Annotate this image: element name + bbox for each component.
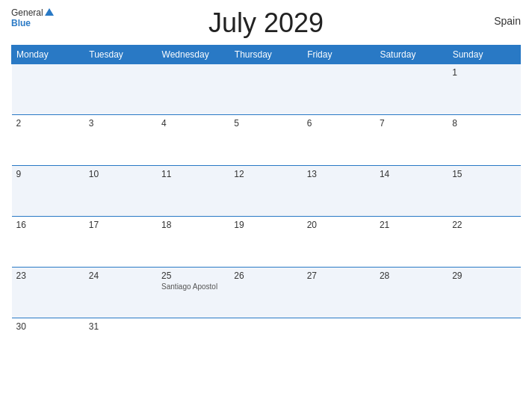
calendar-cell: 8 (448, 115, 520, 166)
calendar-cell (157, 318, 229, 369)
calendar-cell (448, 318, 520, 369)
day-number: 1 (452, 67, 516, 78)
day-number: 5 (234, 118, 297, 129)
calendar-container: General Blue July 2029 Spain MondayTuesd… (0, 0, 532, 411)
calendar-cell (157, 64, 229, 115)
calendar-cell: 15 (448, 166, 520, 217)
day-number: 22 (452, 220, 516, 230)
day-number: 3 (89, 118, 152, 129)
calendar-cell: 23 (12, 268, 84, 318)
weekday-header-friday: Friday (303, 46, 375, 64)
calendar-cell: 28 (375, 268, 448, 318)
calendar-cell: 11 (157, 166, 229, 217)
calendar-header-row: MondayTuesdayWednesdayThursdayFridaySatu… (12, 46, 521, 64)
day-number: 18 (161, 220, 225, 230)
weekday-header-wednesday: Wednesday (157, 46, 229, 64)
calendar-cell: 5 (229, 115, 302, 166)
calendar-cell: 18 (157, 217, 229, 268)
calendar-table: MondayTuesdayWednesdayThursdayFridaySatu… (11, 45, 521, 369)
calendar-cell: 17 (84, 217, 157, 268)
day-number: 25 (161, 271, 225, 281)
calendar-cell: 3 (84, 115, 157, 166)
day-number: 16 (16, 220, 80, 230)
day-number: 14 (380, 169, 443, 179)
calendar-cell: 13 (303, 166, 375, 217)
calendar-cell: 21 (375, 217, 448, 268)
day-number: 7 (380, 118, 443, 129)
calendar-cell: 29 (448, 268, 520, 318)
calendar-week-row: 3031 (12, 318, 521, 369)
day-number: 21 (380, 220, 443, 230)
calendar-cell: 12 (229, 166, 302, 217)
country-label: Spain (494, 15, 521, 27)
calendar-cell: 22 (448, 217, 520, 268)
calendar-week-row: 1 (12, 64, 521, 115)
calendar-cell: 14 (375, 166, 448, 217)
day-number: 2 (16, 118, 80, 129)
event-label: Santiago Apostol (161, 282, 225, 291)
day-number: 28 (380, 271, 443, 281)
day-number: 13 (307, 169, 371, 179)
calendar-week-row: 232425Santiago Apostol26272829 (12, 268, 521, 318)
weekday-header-thursday: Thursday (229, 46, 302, 64)
day-number: 20 (307, 220, 371, 230)
day-number: 17 (89, 220, 152, 230)
calendar-cell: 24 (84, 268, 157, 318)
calendar-cell (84, 64, 157, 115)
logo: General Blue (11, 7, 54, 29)
day-number: 15 (452, 169, 516, 179)
calendar-cell (12, 64, 84, 115)
day-number: 6 (307, 118, 371, 129)
logo-triangle-icon (45, 8, 54, 16)
logo-blue-text: Blue (11, 18, 54, 28)
calendar-cell (303, 318, 375, 369)
day-number: 8 (452, 118, 516, 129)
calendar-cell: 1 (448, 64, 520, 115)
logo-general-text: General (11, 7, 43, 18)
day-number: 24 (89, 271, 152, 281)
weekday-header-monday: Monday (12, 46, 84, 64)
day-number: 9 (16, 169, 80, 179)
calendar-cell: 19 (229, 217, 302, 268)
day-number: 23 (16, 271, 80, 281)
calendar-cell (229, 64, 302, 115)
calendar-cell: 6 (303, 115, 375, 166)
day-number: 11 (161, 169, 225, 179)
calendar-week-row: 9101112131415 (12, 166, 521, 217)
calendar-cell: 25Santiago Apostol (157, 268, 229, 318)
calendar-week-row: 2345678 (12, 115, 521, 166)
day-number: 19 (234, 220, 297, 230)
calendar-header: General Blue July 2029 Spain (11, 7, 521, 39)
calendar-cell: 7 (375, 115, 448, 166)
day-number: 31 (89, 321, 152, 332)
calendar-cell (229, 318, 302, 369)
calendar-cell: 16 (12, 217, 84, 268)
day-number: 30 (16, 321, 80, 332)
day-number: 4 (161, 118, 225, 129)
day-number: 29 (452, 271, 516, 281)
weekday-header-saturday: Saturday (375, 46, 448, 64)
calendar-cell: 26 (229, 268, 302, 318)
calendar-cell (303, 64, 375, 115)
calendar-week-row: 16171819202122 (12, 217, 521, 268)
day-number: 27 (307, 271, 371, 281)
calendar-cell (375, 64, 448, 115)
weekday-header-tuesday: Tuesday (84, 46, 157, 64)
calendar-cell: 31 (84, 318, 157, 369)
calendar-cell (375, 318, 448, 369)
calendar-cell: 4 (157, 115, 229, 166)
calendar-cell: 2 (12, 115, 84, 166)
calendar-cell: 20 (303, 217, 375, 268)
calendar-cell: 27 (303, 268, 375, 318)
month-title: July 2029 (208, 7, 324, 39)
day-number: 12 (234, 169, 297, 179)
weekday-header-sunday: Sunday (448, 46, 520, 64)
calendar-cell: 30 (12, 318, 84, 369)
calendar-cell: 10 (84, 166, 157, 217)
day-number: 10 (89, 169, 152, 179)
day-number: 26 (234, 271, 297, 281)
calendar-cell: 9 (12, 166, 84, 217)
